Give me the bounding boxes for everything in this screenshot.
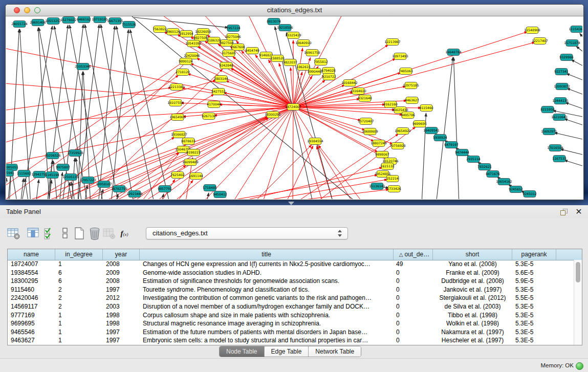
graph-node[interactable]: 7625402: [170, 172, 185, 179]
table-cell[interactable]: 1: [55, 319, 103, 328]
table-cell[interactable]: Franke et al. (2009): [433, 269, 512, 277]
table-cell[interactable]: 2: [55, 302, 103, 311]
graph-node[interactable]: 13164610: [350, 88, 366, 95]
graph-edge[interactable]: [453, 57, 459, 199]
graph-node[interactable]: 9245652: [509, 186, 523, 193]
graph-node[interactable]: 6794028: [321, 68, 336, 74]
table-cell[interactable]: Tibbo et al. (1998): [433, 311, 512, 320]
graph-node[interactable]: 4170044: [207, 101, 221, 108]
graph-node[interactable]: 9329966: [559, 54, 574, 61]
graph-node[interactable]: 18300295: [265, 112, 281, 118]
graph-node[interactable]: 19384554: [307, 138, 323, 145]
graph-node[interactable]: 3915941: [6, 170, 14, 177]
graph-edge[interactable]: [226, 167, 382, 199]
table-row[interactable]: 946554611997Estimation of the future num…: [8, 328, 574, 337]
table-cell[interactable]: Estimation of significance thresholds fo…: [140, 277, 394, 286]
table-cell[interactable]: 1: [55, 336, 103, 345]
table-cell[interactable]: 1998: [103, 311, 140, 320]
graph-node[interactable]: 2803144: [214, 76, 228, 82]
network-canvas[interactable]: 2405572420691406105532571527602264661621…: [6, 16, 582, 199]
graph-node[interactable]: 1733426: [387, 186, 401, 192]
table-scrollbar[interactable]: [574, 260, 582, 345]
table-cell[interactable]: 1997: [103, 328, 140, 337]
graph-edge[interactable]: [6, 107, 290, 124]
graph-node[interactable]: 9242848: [219, 62, 233, 69]
function-builder-icon[interactable]: f(x): [117, 226, 132, 241]
graph-node[interactable]: 7515526: [122, 21, 136, 28]
table-cell[interactable]: 1: [55, 260, 103, 269]
graph-node[interactable]: 1145194: [45, 172, 59, 179]
graph-edge[interactable]: [131, 199, 133, 200]
graph-edge[interactable]: [70, 25, 103, 199]
graph-edge[interactable]: [295, 110, 354, 199]
table-cell[interactable]: Nakamura et al. (1997): [433, 328, 512, 337]
tab-node-table[interactable]: Node Table: [220, 346, 265, 357]
graph-node[interactable]: 19166827: [171, 132, 187, 138]
graph-edge[interactable]: [560, 149, 582, 155]
graph-edge[interactable]: [554, 133, 582, 139]
graph-node[interactable]: 8990448: [308, 69, 322, 75]
graph-node[interactable]: 9115460: [419, 105, 433, 112]
table-cell[interactable]: 18724007: [8, 260, 55, 269]
table-cell[interactable]: 2012: [103, 294, 140, 302]
graph-node[interactable]: 8427552: [211, 89, 226, 95]
table-cell[interactable]: 1997: [103, 286, 140, 294]
graph-edge[interactable]: [571, 60, 582, 65]
graph-node[interactable]: 19654903: [169, 114, 186, 121]
graph-node[interactable]: 9699695: [412, 121, 427, 127]
table-cell[interactable]: 49: [394, 260, 433, 269]
table-cell[interactable]: 22420046: [8, 294, 55, 302]
table-cell[interactable]: Dudbridge et al. (2008): [433, 277, 512, 286]
graph-node[interactable]: 6479197: [444, 142, 459, 148]
graph-node[interactable]: 7955812: [314, 59, 328, 65]
graph-node[interactable]: 10654162: [496, 179, 512, 185]
table-cell[interactable]: 5.3E-5: [512, 328, 556, 337]
graph-node[interactable]: 15276022: [60, 17, 77, 24]
graph-edge[interactable]: [576, 46, 582, 51]
table-cell[interactable]: Estimation of the future numbers of pati…: [140, 328, 394, 337]
table-cell[interactable]: 1998: [103, 319, 140, 328]
graph-node[interactable]: 3175685: [222, 50, 236, 57]
graph-node[interactable]: 18226058: [195, 29, 211, 35]
graph-node[interactable]: 10958107: [96, 181, 112, 188]
table-cell[interactable]: Hescheler et al. (1997): [433, 336, 512, 345]
graph-node[interactable]: 16099489: [182, 159, 199, 166]
graph-edge[interactable]: [54, 26, 88, 199]
graph-node[interactable]: 8454749: [245, 48, 259, 54]
table-cell[interactable]: 5.3E-5: [512, 319, 556, 328]
graph-node[interactable]: 1615132: [380, 163, 395, 170]
network-window-titlebar[interactable]: citations_edges.txt: [6, 5, 583, 16]
tab-edge-table[interactable]: Edge Table: [265, 346, 309, 357]
graph-node[interactable]: 9227341: [554, 69, 569, 75]
graph-node[interactable]: 16409541: [423, 127, 440, 134]
table-cell[interactable]: 2008: [103, 277, 140, 286]
select-all-icon[interactable]: [42, 226, 57, 241]
graph-node[interactable]: 20206526: [45, 152, 61, 159]
table-row[interactable]: 911546021997Tourette syndrome. Phenomeno…: [8, 286, 574, 294]
graph-node[interactable]: 10553257: [45, 18, 61, 25]
table-cell[interactable]: 0: [394, 286, 433, 294]
graph-node[interactable]: 8215958: [540, 106, 555, 113]
table-row[interactable]: 969969511998Structural magnetic resonanc…: [8, 319, 574, 328]
new-table-icon[interactable]: [72, 226, 87, 241]
graph-edge[interactable]: [175, 180, 193, 199]
graph-edge[interactable]: [36, 180, 39, 199]
graph-node[interactable]: 9822037: [283, 59, 297, 66]
graph-node[interactable]: 1167533: [552, 156, 567, 162]
graph-edge[interactable]: [293, 111, 293, 199]
graph-node[interactable]: 12923448: [126, 191, 143, 198]
table-scrollbar-thumb[interactable]: [576, 262, 580, 282]
graph-node[interactable]: 16961758: [304, 50, 320, 56]
table-row[interactable]: 1872400712008Changes of HCN gene express…: [8, 260, 574, 269]
graph-node[interactable]: 15692971: [541, 128, 557, 135]
table-settings-icon[interactable]: [6, 226, 21, 241]
table-cell[interactable]: Genome-wide association studies in ADHD.: [140, 269, 394, 277]
delete-table-icon[interactable]: [87, 226, 102, 241]
graph-node[interactable]: 18275046: [225, 34, 241, 40]
table-cell[interactable]: Tourette syndrome. Phenomenology and cla…: [140, 286, 394, 294]
graph-node[interactable]: 8186328: [207, 37, 221, 44]
table-cell[interactable]: 2008: [103, 260, 140, 269]
graph-edge[interactable]: [231, 68, 291, 105]
table-cell[interactable]: 0: [394, 319, 433, 328]
graph-node[interactable]: 8813074: [267, 18, 281, 25]
